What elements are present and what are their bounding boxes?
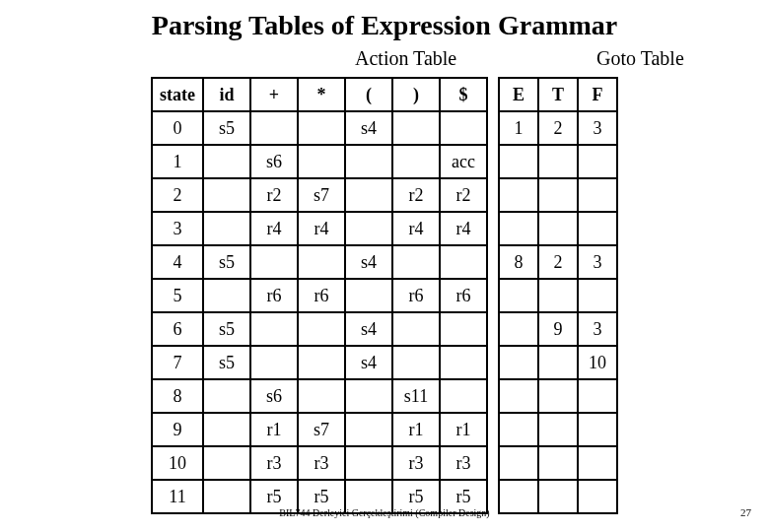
header-goto: T xyxy=(538,78,578,111)
action-cell: r4 xyxy=(298,212,345,245)
goto-cell xyxy=(538,379,578,413)
column-spacer xyxy=(487,145,499,178)
action-cell xyxy=(298,312,345,346)
action-cell: s5 xyxy=(203,346,250,379)
page-title: Parsing Tables of Expression Grammar xyxy=(0,0,769,41)
action-cell xyxy=(298,145,345,178)
goto-cell xyxy=(578,279,617,312)
table-row: 2r2s7r2r2 xyxy=(152,178,617,212)
goto-cell xyxy=(499,346,538,379)
goto-cell xyxy=(538,212,578,245)
action-cell: r4 xyxy=(440,212,487,245)
action-cell: s4 xyxy=(345,312,392,346)
goto-cell xyxy=(538,279,578,312)
goto-cell xyxy=(499,178,538,212)
action-cell: r6 xyxy=(298,279,345,312)
table-row: 5r6r6r6r6 xyxy=(152,279,617,312)
column-spacer xyxy=(487,312,499,346)
action-cell xyxy=(345,413,392,446)
header-action: + xyxy=(250,78,298,111)
action-cell: s7 xyxy=(298,178,345,212)
header-action: * xyxy=(298,78,345,111)
action-cell xyxy=(250,312,298,346)
table-row: 10r3r3r3r3 xyxy=(152,446,617,480)
action-cell: s5 xyxy=(203,312,250,346)
goto-cell xyxy=(499,145,538,178)
action-cell xyxy=(203,145,250,178)
goto-cell xyxy=(538,413,578,446)
table-row: 8s6s11 xyxy=(152,379,617,413)
action-cell xyxy=(392,346,440,379)
action-cell xyxy=(440,111,487,145)
column-spacer xyxy=(487,245,499,279)
goto-cell xyxy=(499,413,538,446)
state-cell: 8 xyxy=(152,379,203,413)
table-row: 7s5s410 xyxy=(152,346,617,379)
goto-cell xyxy=(578,178,617,212)
action-cell: r3 xyxy=(392,446,440,480)
action-cell: s7 xyxy=(298,413,345,446)
table-row: 3r4r4r4r4 xyxy=(152,212,617,245)
action-cell: s11 xyxy=(392,379,440,413)
state-cell: 0 xyxy=(152,111,203,145)
table-header-row: stateid+*()$ETF xyxy=(152,78,617,111)
action-cell xyxy=(203,379,250,413)
action-table-label: Action Table xyxy=(355,47,456,70)
action-cell: s6 xyxy=(250,145,298,178)
footer-text: BIL744 Derleyici Gerçekleştirimi (Compil… xyxy=(0,507,769,518)
action-cell xyxy=(345,279,392,312)
action-cell xyxy=(298,346,345,379)
goto-cell xyxy=(538,446,578,480)
goto-cell xyxy=(578,446,617,480)
action-cell xyxy=(392,312,440,346)
action-cell: acc xyxy=(440,145,487,178)
column-spacer xyxy=(487,379,499,413)
action-cell xyxy=(203,212,250,245)
goto-cell: 10 xyxy=(578,346,617,379)
column-spacer xyxy=(487,78,499,111)
action-cell: r2 xyxy=(392,178,440,212)
action-cell: s4 xyxy=(345,111,392,145)
goto-cell xyxy=(538,346,578,379)
action-cell: s4 xyxy=(345,245,392,279)
column-spacer xyxy=(487,279,499,312)
action-cell xyxy=(440,245,487,279)
action-cell xyxy=(392,245,440,279)
action-cell: r6 xyxy=(392,279,440,312)
action-cell xyxy=(203,413,250,446)
state-cell: 6 xyxy=(152,312,203,346)
table-row: 4s5s4823 xyxy=(152,245,617,279)
action-cell xyxy=(250,245,298,279)
header-state: state xyxy=(152,78,203,111)
goto-cell xyxy=(578,212,617,245)
state-cell: 1 xyxy=(152,145,203,178)
header-action: $ xyxy=(440,78,487,111)
goto-cell: 3 xyxy=(578,111,617,145)
goto-cell: 3 xyxy=(578,312,617,346)
action-cell xyxy=(298,379,345,413)
action-cell xyxy=(345,145,392,178)
action-cell: r1 xyxy=(392,413,440,446)
action-cell xyxy=(392,145,440,178)
action-cell xyxy=(250,346,298,379)
header-goto: F xyxy=(578,78,617,111)
action-cell: r4 xyxy=(392,212,440,245)
goto-cell: 2 xyxy=(538,245,578,279)
goto-table-label: Goto Table xyxy=(596,47,684,70)
column-spacer xyxy=(487,212,499,245)
goto-cell xyxy=(578,413,617,446)
table-row: 1s6acc xyxy=(152,145,617,178)
action-cell xyxy=(250,111,298,145)
action-cell: s4 xyxy=(345,346,392,379)
action-cell xyxy=(392,111,440,145)
state-cell: 4 xyxy=(152,245,203,279)
column-spacer xyxy=(487,178,499,212)
goto-cell: 1 xyxy=(499,111,538,145)
action-cell: r3 xyxy=(298,446,345,480)
state-cell: 5 xyxy=(152,279,203,312)
column-spacer xyxy=(487,446,499,480)
action-cell xyxy=(203,446,250,480)
goto-cell: 8 xyxy=(499,245,538,279)
goto-cell: 3 xyxy=(578,245,617,279)
goto-cell xyxy=(499,279,538,312)
